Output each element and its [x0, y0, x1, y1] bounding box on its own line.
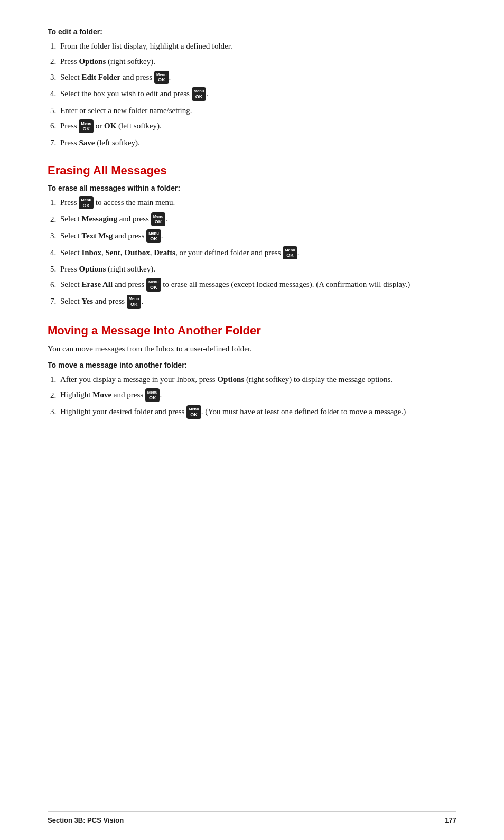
page-footer: Section 3B: PCS Vision 177 — [48, 811, 456, 824]
edit-folder-steps: From the folder list display, highlight … — [58, 40, 456, 149]
erasing-subheading: To erase all messages within a folder: — [48, 184, 456, 192]
moving-steps: After you display a message in your Inbo… — [58, 374, 456, 419]
list-item: Press MenuOK to access the main menu. — [58, 197, 456, 210]
page-content: To edit a folder: From the folder list d… — [0, 0, 504, 840]
list-item: Press Save (left softkey). — [58, 137, 456, 149]
erasing-section-heading: Erasing All Messages — [48, 164, 456, 178]
erasing-steps: Press MenuOK to access the main menu. Se… — [58, 197, 456, 309]
list-item: Highlight your desired folder and press … — [58, 406, 456, 419]
menu-key-icon: MenuOK — [186, 405, 201, 419]
menu-key-icon: MenuOK — [145, 388, 160, 402]
moving-section-heading: Moving a Message Into Another Folder — [48, 324, 456, 338]
menu-key-icon: MenuOK — [151, 212, 166, 226]
list-item: Select Messaging and press MenuOK. — [58, 213, 456, 227]
menu-key-icon: MenuOK — [146, 278, 161, 292]
menu-key-icon: MenuOK — [154, 71, 169, 85]
list-item: After you display a message in your Inbo… — [58, 374, 456, 386]
list-item: Highlight Move and press MenuOK. — [58, 389, 456, 403]
list-item: From the folder list display, highlight … — [58, 40, 456, 52]
menu-key-icon: MenuOK — [127, 295, 142, 309]
moving-subheading: To move a message into another folder: — [48, 361, 456, 369]
list-item: Select the box you wish to edit and pres… — [58, 88, 456, 101]
list-item: Press MenuOK or OK (left softkey). — [58, 120, 456, 134]
menu-key-icon: MenuOK — [79, 196, 94, 210]
footer-section-label: Section 3B: PCS Vision — [48, 816, 124, 824]
menu-key-icon: MenuOK — [283, 246, 297, 260]
list-item: Enter or select a new folder name/settin… — [58, 105, 456, 117]
list-item: Select Inbox, Sent, Outbox, Drafts, or y… — [58, 247, 456, 260]
footer-page-number: 177 — [445, 816, 456, 824]
menu-key-icon: MenuOK — [79, 119, 94, 133]
list-item: Select Edit Folder and press MenuOK. — [58, 71, 456, 85]
menu-key-icon: MenuOK — [146, 229, 161, 243]
edit-folder-subheading: To edit a folder: — [48, 27, 456, 36]
list-item: Select Text Msg and press MenuOK. — [58, 230, 456, 244]
moving-intro-text: You can move messages from the Inbox to … — [48, 343, 456, 355]
menu-key-icon: MenuOK — [192, 87, 207, 101]
list-item: Press Options (right softkey). — [58, 263, 456, 275]
list-item: Select Yes and press MenuOK. — [58, 295, 456, 309]
list-item: Press Options (right softkey). — [58, 55, 456, 68]
list-item: Select Erase All and press MenuOK to era… — [58, 278, 456, 292]
